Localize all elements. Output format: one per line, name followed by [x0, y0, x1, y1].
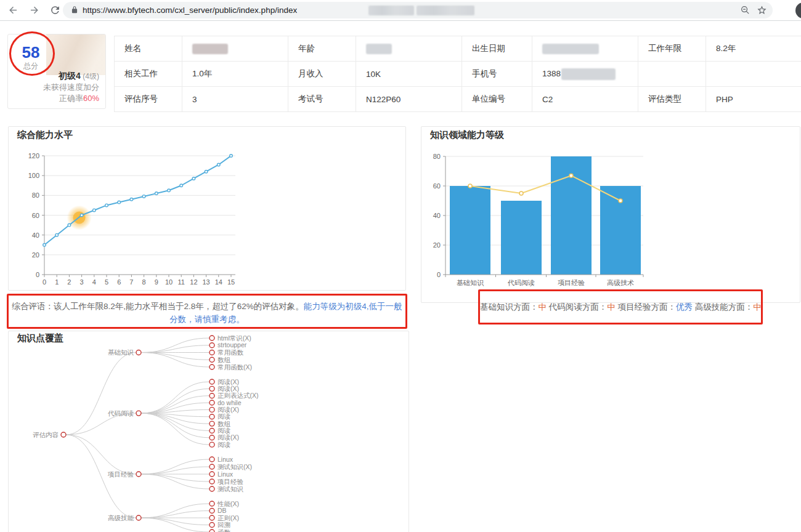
star-bookmark-icon[interactable]	[757, 5, 767, 15]
knowledge-bar-chart: 020406080基础知识代码阅读项目经验高级技术	[421, 127, 800, 302]
area-scores-text: 基础知识方面：中 代码阅读方面：中 项目经验方面：优秀 高级技能方面：中	[480, 302, 761, 313]
score-card-photo	[46, 34, 105, 75]
info-value: 3	[182, 87, 288, 112]
leaf-label: 阅读(X)	[218, 378, 239, 385]
leaf-node	[209, 472, 214, 477]
info-value: N122P60	[356, 87, 462, 112]
svg-text:10: 10	[165, 278, 173, 286]
redacted-value	[192, 44, 228, 54]
svg-text:7: 7	[129, 278, 133, 286]
knowledge-map-title: 知识点覆盖	[17, 332, 63, 344]
info-label: 单位编号	[462, 87, 532, 112]
info-label: 评估类型	[638, 87, 706, 112]
score-details: 初级4 (4级) 未获得速度加分 正确率60%	[43, 70, 99, 104]
info-value: PHP	[706, 87, 801, 112]
leaf-label: do while	[218, 399, 242, 406]
branch-node	[136, 350, 141, 355]
branch-label: 高级技能	[108, 514, 134, 522]
info-value: 10K	[356, 62, 462, 87]
back-icon[interactable]	[7, 4, 19, 16]
info-value	[532, 36, 638, 62]
info-label	[638, 62, 706, 87]
bar	[450, 186, 490, 275]
area-label: 基础知识方面：	[480, 302, 539, 312]
leaf-label: 阅读	[218, 413, 230, 420]
evaluation-prefix: 综合评语：该人工作年限8.2年,能力水平相当于2.8年，超过了62%的评估对象。	[12, 302, 303, 311]
leaf-node	[209, 479, 214, 484]
svg-text:100: 100	[28, 172, 39, 179]
leaf-label: 阅读(X)	[218, 406, 239, 413]
zoom-out-icon[interactable]	[740, 5, 750, 15]
branch-label: 代码阅读	[108, 409, 134, 417]
svg-text:20: 20	[433, 241, 441, 249]
svg-text:60: 60	[32, 212, 39, 219]
info-value	[706, 62, 801, 87]
svg-text:3: 3	[80, 278, 84, 286]
svg-text:6: 6	[117, 278, 121, 286]
leaf-node	[209, 386, 214, 391]
speed-note: 未获得速度加分	[43, 82, 99, 93]
area-label: 项目经验方面：	[616, 302, 676, 312]
accuracy-label: 正确率	[59, 94, 83, 103]
accuracy-value: 60%	[83, 94, 99, 103]
leaf-node	[209, 379, 214, 384]
padlock-icon	[70, 6, 79, 14]
svg-text:0: 0	[437, 271, 441, 278]
leaf-node	[209, 442, 214, 447]
table-row: 评估序号3考试号N122P60单位编号C2评估类型PHP	[115, 87, 801, 112]
leaf-node	[209, 486, 214, 491]
info-label: 姓名	[115, 36, 182, 62]
browser-toolbar: https://www.bfytech.com/cxl_server/publi…	[0, 0, 801, 21]
svg-text:80: 80	[433, 153, 441, 160]
leaf-label: 数组	[218, 420, 231, 427]
reload-icon[interactable]	[49, 4, 61, 16]
info-value: C2	[532, 87, 638, 112]
line-axis-labels: 0123456789101112131415020406080100120	[28, 152, 235, 286]
info-label: 相关工作	[115, 62, 182, 87]
redacted-value	[542, 44, 599, 54]
svg-text:项目经验: 项目经验	[558, 279, 585, 286]
area-scores-annotation-box: 基础知识方面：中 代码阅读方面：中 项目经验方面：优秀 高级技能方面：中	[478, 289, 763, 324]
leaf-node	[209, 414, 214, 419]
area-grade: 中	[753, 302, 762, 312]
leaf-label: 数组	[218, 356, 231, 363]
leaf-node	[209, 336, 214, 341]
overall-evaluation-text: 综合评语：该人工作年限8.2年,能力水平相当于2.8年，超过了62%的评估对象。…	[11, 300, 403, 326]
leaf-label: Linux	[218, 470, 234, 478]
tree-edges	[66, 338, 209, 532]
svg-text:0: 0	[43, 278, 46, 286]
tree-labels: html常识(X)strtoupper常用函数数组常用函数(X)基础知识阅读(X…	[33, 334, 259, 532]
leaf-label: 常用函数(X)	[218, 363, 252, 371]
svg-text:15: 15	[227, 278, 235, 286]
leaf-label: 回溯	[218, 521, 230, 528]
ability-line-markers	[43, 155, 233, 246]
info-label: 评估序号	[115, 87, 182, 112]
redacted-value	[366, 44, 392, 54]
redacted-url-segment	[417, 6, 474, 15]
branch-label: 项目经验	[107, 470, 134, 478]
svg-text:2: 2	[67, 278, 71, 286]
leaf-node	[209, 421, 214, 426]
leaf-node	[209, 365, 214, 369]
line-chart-title: 综合能力水平	[17, 129, 73, 141]
address-bar[interactable]: https://www.bfytech.com/cxl_server/publi…	[63, 2, 773, 18]
info-value: 8.2年	[706, 36, 801, 62]
total-score-value: 58	[16, 43, 46, 62]
forward-icon[interactable]	[28, 4, 40, 16]
leaf-node	[209, 343, 214, 348]
profile-avatar[interactable]	[795, 2, 801, 18]
info-value	[356, 36, 462, 62]
summary-annotation-box: 综合评语：该人工作年限8.2年,能力水平相当于2.8年，超过了62%的评估对象。…	[7, 294, 407, 329]
leaf-label: 常用函数	[218, 349, 244, 356]
leaf-label: 函数	[218, 528, 231, 532]
branch-label: 基础知识	[108, 349, 134, 356]
leaf-label: 测试知识	[218, 485, 244, 493]
leaf-node	[209, 435, 214, 440]
leaf-node	[209, 400, 214, 405]
leaf-node	[209, 530, 214, 532]
knowledge-map-card: 知识点覆盖 html常识(X)strtoupper常用函数数组常用函数(X)基础…	[8, 331, 409, 532]
leaf-node	[209, 393, 214, 398]
info-label: 出生日期	[462, 36, 532, 62]
svg-text:13: 13	[202, 278, 209, 286]
table-row: 姓名年龄出生日期工作年限8.2年	[115, 36, 801, 62]
